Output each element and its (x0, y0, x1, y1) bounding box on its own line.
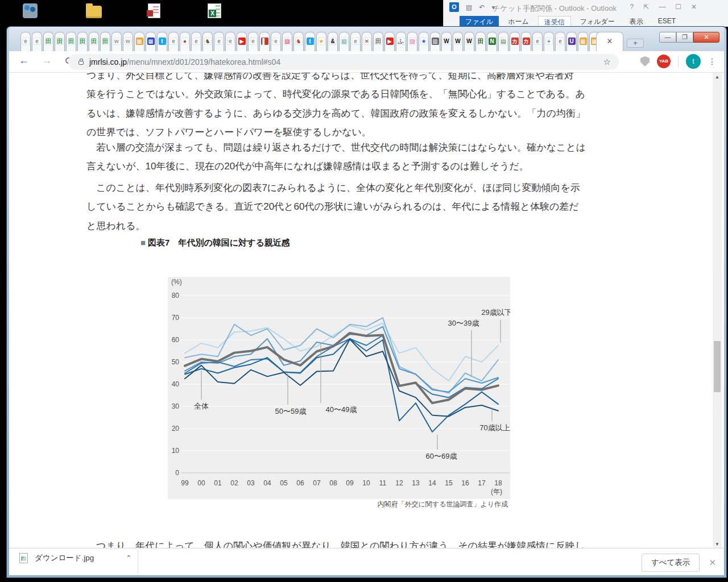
bookmark-star-icon[interactable]: ☆ (603, 57, 611, 67)
desktop-excel-icon[interactable]: ••••• (205, 3, 224, 26)
pinned-tab[interactable]: ★ (419, 32, 429, 51)
page-scrollbar[interactable]: ▲ ▼ (713, 73, 722, 549)
pinned-tab[interactable]: e (350, 32, 361, 51)
outlook-tab-ホーム[interactable]: ホーム (502, 16, 535, 27)
pinned-tab[interactable]: カ (510, 32, 520, 51)
menu-kebab-icon[interactable]: ⋮ (708, 60, 716, 64)
annotation-label: 全体 (194, 402, 209, 410)
pinned-tab[interactable]: e (532, 32, 543, 51)
outlook-tab-ファイル[interactable]: ファイル (460, 16, 499, 27)
y-tick-label: 50 (172, 358, 180, 366)
pinned-tab[interactable]: ♞ (293, 32, 304, 51)
favicon: U (568, 38, 576, 45)
desktop-app-icon[interactable]: ••••••• (20, 3, 40, 26)
pinned-tab[interactable]: 田 (43, 32, 53, 51)
pinned-tab[interactable]: ▨ (407, 32, 417, 51)
pinned-tab[interactable]: ▦ (578, 32, 588, 51)
pinned-tab[interactable]: ▧ (339, 32, 349, 51)
pinned-tab[interactable]: e (248, 32, 258, 51)
pinned-tab[interactable]: W (441, 32, 452, 51)
pinned-tab[interactable]: ÷ (544, 32, 554, 51)
pinned-tab[interactable]: ▶ (237, 32, 247, 51)
pinned-tab[interactable]: ▤ (498, 32, 508, 51)
pinned-tab[interactable]: e (32, 32, 42, 51)
paragraph: つまり、外交目標として、嫌韓感情の改善を設定するならば、世代交代を待って、短期に… (86, 73, 587, 142)
pinned-tab[interactable]: e (555, 32, 565, 51)
pinned-tab[interactable]: 田 (55, 32, 65, 51)
desktop-document-icon[interactable]: ••••• (144, 3, 164, 26)
profile-avatar[interactable]: t (686, 54, 701, 69)
favicon: ★ (318, 38, 325, 45)
pinned-tab[interactable]: ● (180, 32, 190, 51)
outlook-minimize-button[interactable]: — (659, 3, 665, 11)
pinned-tab[interactable]: 田 (77, 32, 88, 51)
show-all-downloads-button[interactable]: すべて表示 (642, 554, 700, 572)
favicon: ▌ (261, 38, 268, 45)
outlook-ribbon-pin-button[interactable]: ⇱ (643, 3, 649, 11)
pinned-tab[interactable]: カ (521, 32, 531, 51)
favicon: ♞ (204, 38, 212, 45)
x-tick-label: 04 (263, 479, 271, 487)
pinned-tab[interactable]: ▨ (282, 32, 292, 51)
pinned-tab[interactable]: 田 (89, 32, 99, 51)
figure-heading-text: 図表7 年代別の韓国に対する親近感 (148, 238, 290, 247)
download-bar-close-icon[interactable]: ✕ (709, 558, 716, 568)
maximize-button[interactable]: ❐ (676, 32, 693, 43)
pinned-tab[interactable]: ▦ (146, 32, 156, 51)
pinned-tab[interactable]: ★ (316, 32, 326, 51)
active-tab[interactable]: ✕ (596, 32, 623, 51)
desktop-folder-icon[interactable]: ••••••••• (84, 3, 104, 26)
download-chevron-icon[interactable]: ⌃ (126, 554, 131, 562)
pinned-tab[interactable]: N (487, 32, 497, 51)
outlook-tab-ESET[interactable]: ESET (652, 16, 681, 27)
outlook-help-button[interactable]: ? (630, 3, 634, 11)
pinned-tab[interactable]: t (157, 32, 167, 51)
pinned-tab[interactable]: e (214, 32, 224, 51)
close-button[interactable]: ✕ (693, 32, 719, 43)
pinned-tab[interactable]: ▶ (384, 32, 395, 51)
download-item[interactable]: ダウンロード.jpg ⌃ (19, 553, 131, 563)
outlook-tab-フォルダー[interactable]: フォルダー (574, 16, 621, 27)
pinned-tab[interactable]: w (111, 32, 122, 51)
pinned-tab[interactable]: e (191, 32, 201, 51)
url-text[interactable]: jmrlsi.co.jp/menu/mnext/d01/2019/hatekor… (89, 57, 280, 66)
scrollbar-thumb[interactable] (714, 341, 721, 392)
outlook-maximize-button[interactable]: ☐ (675, 3, 681, 11)
pinned-tab[interactable]: ▌ (259, 32, 270, 51)
pinned-tab[interactable]: t (305, 32, 315, 51)
tab-close-icon[interactable]: ✕ (607, 37, 613, 45)
pinned-tab[interactable]: U (566, 32, 577, 51)
forward-button[interactable]: → (40, 55, 53, 67)
pinned-tab[interactable]: W (464, 32, 474, 51)
pinned-tab[interactable]: ✕ (362, 32, 372, 51)
pinned-tab[interactable]: W (453, 32, 463, 51)
pinned-tab[interactable]: e (168, 32, 179, 51)
back-button[interactable]: ← (17, 55, 31, 67)
new-tab-button[interactable]: + (627, 39, 644, 48)
pinned-tab[interactable]: e (271, 32, 281, 51)
pinned-tab[interactable]: w (123, 32, 133, 51)
pinned-tab[interactable]: ふ (396, 32, 406, 51)
pinned-tab[interactable]: 田 (66, 32, 76, 51)
badge-extension-icon[interactable]: YAB (657, 55, 671, 68)
favicon: ▶ (386, 38, 394, 45)
pinned-tab[interactable]: ▥ (430, 32, 440, 51)
address-bar[interactable]: jmrlsi.co.jp/menu/mnext/d01/2019/hatekor… (68, 54, 619, 70)
outlook-close-button[interactable]: ✕ (691, 3, 697, 11)
minimize-button[interactable]: — (659, 32, 676, 43)
pinned-tab[interactable]: & (328, 32, 338, 51)
pinned-tab[interactable]: ♞ (202, 32, 213, 51)
shield-extension-icon[interactable] (640, 56, 650, 66)
pinned-tab[interactable]: 田 (100, 32, 110, 51)
outlook-tab-表示[interactable]: 表示 (624, 16, 649, 27)
pinned-tab[interactable]: e (20, 32, 31, 51)
pinned-tab[interactable]: ▦ (134, 32, 144, 51)
pinned-tab[interactable]: 田 (373, 32, 383, 51)
y-tick-label: 10 (172, 447, 180, 455)
pinned-tab[interactable]: e (225, 32, 235, 51)
favicon: 田 (68, 38, 75, 45)
pinned-tab[interactable]: 田 (475, 32, 486, 51)
outlook-tab-送受信[interactable]: 送受信 (538, 16, 571, 27)
scrollbar-up-arrow[interactable]: ▲ (713, 73, 722, 82)
download-filename[interactable]: ダウンロード.jpg (35, 553, 94, 563)
